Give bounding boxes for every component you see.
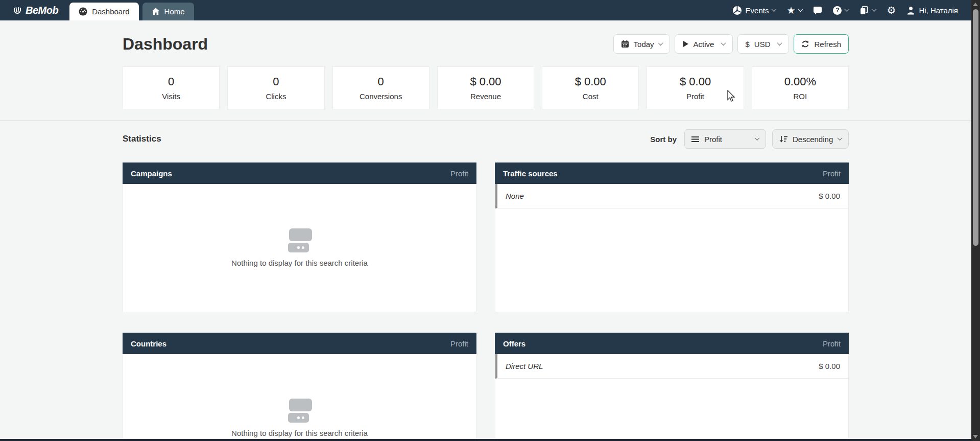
panel-body: Nothing to display for this search crite… bbox=[123, 184, 476, 312]
row-value: $ 0.00 bbox=[819, 192, 840, 200]
favorites-menu[interactable]: ★ bbox=[786, 6, 802, 15]
scrollbar-thumb[interactable] bbox=[973, 9, 978, 246]
panel-offers: Offers Profit Direct URL $ 0.00 bbox=[495, 333, 849, 441]
scroll-up-arrow-icon[interactable] bbox=[973, 3, 978, 6]
row-name: Direct URL bbox=[506, 362, 543, 370]
stat-label: Cost bbox=[583, 92, 599, 101]
sort-controls: Sort by Profit bbox=[650, 129, 849, 149]
stack-icon bbox=[859, 6, 869, 15]
tab-dashboard-label: Dashboard bbox=[92, 7, 129, 16]
scroll-down-arrow-icon[interactable] bbox=[973, 435, 978, 438]
panel-title: Traffic sources bbox=[503, 169, 558, 178]
stat-label: Conversions bbox=[360, 92, 402, 101]
stat-card-clicks: 0 Clicks bbox=[227, 66, 324, 109]
user-menu[interactable]: Hi, Наталія bbox=[906, 6, 958, 15]
date-range-label: Today bbox=[634, 40, 654, 49]
main-content: Dashboard Today bbox=[0, 33, 971, 441]
settings-button[interactable]: ⚙ bbox=[887, 5, 896, 15]
help-menu[interactable]: ? bbox=[833, 6, 849, 15]
toolbar: Today Active $ USD bbox=[613, 34, 849, 54]
chevron-down-icon bbox=[721, 40, 726, 45]
chevron-down-icon bbox=[777, 40, 782, 45]
panel-header: Campaigns Profit bbox=[123, 163, 476, 184]
page-header: Dashboard Today bbox=[123, 33, 849, 55]
stat-value: 0.00% bbox=[784, 75, 816, 88]
row-value: $ 0.00 bbox=[819, 362, 840, 370]
chevron-down-icon bbox=[772, 7, 777, 12]
star-icon: ★ bbox=[786, 6, 795, 15]
sort-field-select[interactable]: Profit bbox=[684, 129, 766, 149]
status-filter-label: Active bbox=[694, 40, 714, 49]
stat-value: $ 0.00 bbox=[680, 75, 711, 88]
empty-data-icon bbox=[287, 399, 312, 423]
stat-card-profit: $ 0.00 Profit bbox=[647, 66, 744, 109]
stat-card-conversions: 0 Conversions bbox=[332, 66, 429, 109]
table-row[interactable]: None $ 0.00 bbox=[495, 184, 848, 208]
chevron-down-icon bbox=[658, 40, 663, 45]
bemob-logo-icon bbox=[12, 5, 22, 15]
panel-body: Direct URL $ 0.00 bbox=[495, 354, 849, 441]
home-icon bbox=[152, 8, 160, 15]
feedback-button[interactable] bbox=[813, 6, 822, 15]
panel-body: Nothing to display for this search crite… bbox=[123, 354, 476, 441]
refresh-label: Refresh bbox=[814, 40, 841, 49]
chevron-down-icon bbox=[798, 7, 803, 12]
stat-card-roi: 0.00% ROI bbox=[752, 66, 849, 109]
window-bottom-edge bbox=[0, 439, 980, 441]
workspaces-menu[interactable] bbox=[859, 6, 876, 15]
stat-label: Clicks bbox=[266, 92, 286, 101]
statistics-header: Statistics Sort by Profit bbox=[123, 129, 849, 149]
date-range-button[interactable]: Today bbox=[613, 34, 670, 54]
sort-descending-icon bbox=[779, 135, 787, 143]
tab-home[interactable]: Home bbox=[142, 3, 194, 20]
page-title: Dashboard bbox=[123, 35, 208, 54]
row-name: None bbox=[506, 192, 524, 200]
dashboard-gauge-icon bbox=[79, 7, 87, 16]
user-icon bbox=[906, 6, 915, 15]
top-navbar: BeMob Dashboard Home bbox=[0, 0, 980, 20]
vertical-scrollbar[interactable] bbox=[971, 0, 980, 441]
chat-icon bbox=[813, 6, 822, 15]
refresh-button[interactable]: Refresh bbox=[794, 34, 849, 54]
dollar-icon: $ bbox=[745, 40, 749, 49]
panel-header: Offers Profit bbox=[495, 333, 849, 354]
stat-label: Revenue bbox=[470, 92, 501, 101]
events-menu[interactable]: Events bbox=[732, 6, 776, 15]
sort-direction-value: Descending bbox=[793, 135, 833, 144]
events-label: Events bbox=[746, 6, 769, 15]
panel-title: Campaigns bbox=[131, 169, 172, 178]
navbar-tabs: Dashboard Home bbox=[69, 0, 194, 20]
help-icon: ? bbox=[833, 6, 842, 15]
status-filter-button[interactable]: Active bbox=[675, 34, 733, 54]
stat-card-visits: 0 Visits bbox=[123, 66, 220, 109]
empty-state-text: Nothing to display for this search crite… bbox=[231, 259, 368, 267]
empty-data-icon bbox=[287, 228, 312, 252]
currency-button[interactable]: $ USD bbox=[737, 34, 789, 54]
panel-metric-label: Profit bbox=[450, 339, 468, 348]
sort-by-label: Sort by bbox=[650, 135, 677, 144]
statistics-title: Statistics bbox=[123, 134, 161, 144]
panel-campaigns: Campaigns Profit Nothing to display for … bbox=[123, 163, 476, 312]
panel-countries: Countries Profit Nothing to display for … bbox=[123, 333, 476, 441]
bemob-logo[interactable]: BeMob bbox=[0, 0, 69, 20]
events-icon bbox=[732, 6, 742, 15]
brand-name: BeMob bbox=[26, 5, 58, 16]
stat-value: $ 0.00 bbox=[470, 75, 501, 88]
empty-state: Nothing to display for this search crite… bbox=[123, 354, 476, 441]
statistics-panels: Campaigns Profit Nothing to display for … bbox=[123, 163, 849, 441]
list-icon bbox=[691, 136, 699, 143]
tab-dashboard[interactable]: Dashboard bbox=[69, 3, 138, 20]
section-divider bbox=[0, 120, 971, 121]
table-row[interactable]: Direct URL $ 0.00 bbox=[495, 354, 848, 379]
sort-direction-select[interactable]: Descending bbox=[772, 129, 849, 149]
stat-label: Profit bbox=[686, 92, 704, 101]
panel-traffic-sources: Traffic sources Profit None $ 0.00 bbox=[495, 163, 849, 312]
panel-title: Countries bbox=[131, 339, 166, 348]
user-greeting: Hi, Наталія bbox=[919, 6, 958, 15]
stat-value: 0 bbox=[378, 75, 384, 88]
chevron-down-icon bbox=[845, 7, 850, 12]
stat-label: ROI bbox=[793, 92, 807, 101]
stats-row: 0 Visits 0 Clicks 0 Conversions $ 0.00 R… bbox=[123, 66, 849, 109]
stat-value: 0 bbox=[168, 75, 174, 88]
panel-metric-label: Profit bbox=[823, 339, 841, 348]
